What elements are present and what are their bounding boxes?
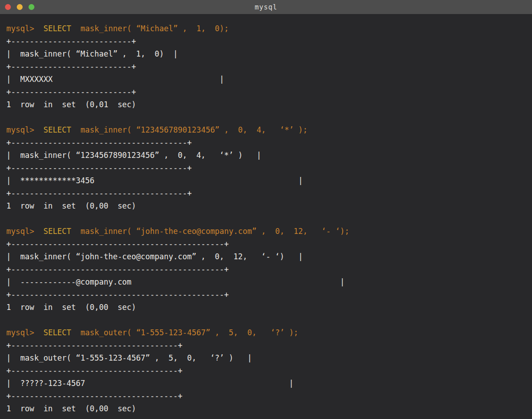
table-border-top: +--------------------------------------+ — [6, 136, 529, 149]
table-border-top: +------------------------------------+ — [6, 339, 529, 352]
sql-command-text: mask_outer( “1-555-123-4567” , 5, 0, ‘?’… — [81, 328, 298, 337]
mysql-prompt: mysql> — [6, 125, 34, 134]
sql-keyword: SELECT — [43, 328, 71, 337]
table-border-bottom: +--------------------------+ — [6, 86, 529, 98]
sql-command-text: mask_inner( “1234567890123456” , 0, 4, ‘… — [81, 125, 308, 134]
command-line: mysql> SELECT mask_inner( “john-the-ceo@… — [6, 225, 529, 238]
mysql-prompt: mysql> — [6, 328, 34, 337]
sql-keyword: SELECT — [43, 24, 71, 33]
mysql-prompt: mysql> — [6, 227, 34, 236]
table-border-bottom: +------------------------------------+ — [6, 390, 529, 402]
blank-line — [6, 111, 529, 124]
mysql-prompt: mysql> — [6, 24, 34, 33]
sql-keyword: SELECT — [43, 227, 71, 236]
table-result-row: | ************3456 | — [6, 174, 529, 187]
terminal-output[interactable]: mysql> SELECT mask_inner( “Michael” , 1,… — [0, 14, 532, 415]
terminal-window: mysql mysql> SELECT mask_inner( “Michael… — [0, 0, 532, 419]
table-border-top: +--------------------------+ — [6, 35, 529, 48]
table-result-row: | ?????-123-4567 | — [6, 377, 529, 390]
table-border-mid: +--------------------------+ — [6, 60, 529, 73]
blank-line — [6, 314, 529, 326]
sql-command-text: mask_inner( “Michael” , 1, 0); — [81, 24, 229, 33]
table-result-row: | ------------@company.com | — [6, 276, 529, 288]
command-line: mysql> SELECT mask_inner( “Michael” , 1,… — [6, 22, 529, 35]
command-line: mysql> SELECT mask_inner( “1234567890123… — [6, 124, 529, 136]
table-border-mid: +------------------------------------+ — [6, 364, 529, 377]
table-border-mid: +---------------------------------------… — [6, 263, 529, 276]
rows-summary: 1 row in set (0,00 sec) — [6, 200, 529, 212]
table-header-row: | mask_inner( “john-the-ceo@company.com”… — [6, 250, 529, 263]
table-result-row: | MXXXXXX | — [6, 73, 529, 86]
window-title: mysql — [0, 3, 532, 11]
table-border-bottom: +--------------------------------------+ — [6, 187, 529, 200]
rows-summary: 1 row in set (0,00 sec) — [6, 402, 529, 415]
table-header-row: | mask_inner( “Michael” , 1, 0) | — [6, 48, 529, 60]
table-header-row: | mask_inner( “1234567890123456” , 0, 4,… — [6, 149, 529, 162]
rows-summary: 1 row in set (0,01 sec) — [6, 98, 529, 111]
command-line: mysql> SELECT mask_outer( “1-555-123-456… — [6, 326, 529, 339]
table-border-bottom: +---------------------------------------… — [6, 288, 529, 301]
sql-command-text: mask_inner( “john-the-ceo@company.com” ,… — [81, 227, 350, 236]
table-border-top: +---------------------------------------… — [6, 238, 529, 250]
sql-keyword: SELECT — [43, 125, 71, 134]
table-border-mid: +--------------------------------------+ — [6, 162, 529, 174]
titlebar: mysql — [0, 0, 532, 14]
blank-line — [6, 212, 529, 225]
table-header-row: | mask_outer( “1-555-123-4567” , 5, 0, ‘… — [6, 352, 529, 364]
rows-summary: 1 row in set (0,00 sec) — [6, 301, 529, 314]
